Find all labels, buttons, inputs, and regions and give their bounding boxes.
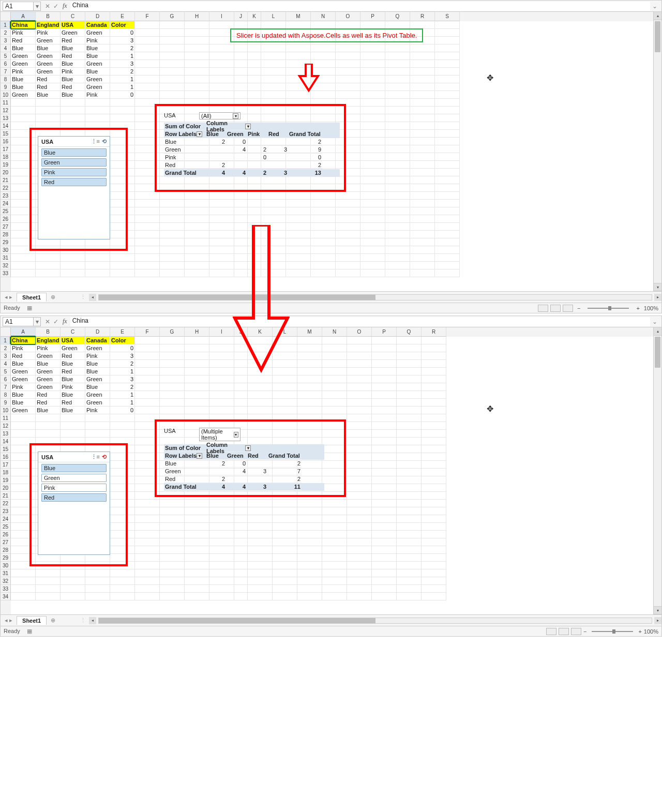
row-header-22[interactable]: 22 bbox=[1, 184, 11, 192]
cell[interactable] bbox=[135, 269, 160, 277]
cell[interactable] bbox=[322, 352, 347, 360]
slicer-item-red[interactable]: Red bbox=[41, 178, 107, 186]
cell[interactable] bbox=[322, 577, 347, 585]
cell[interactable] bbox=[135, 68, 160, 76]
cell[interactable] bbox=[234, 531, 248, 538]
cell[interactable] bbox=[322, 337, 347, 344]
cell[interactable]: Blue bbox=[85, 52, 110, 60]
cell[interactable] bbox=[297, 507, 322, 515]
row-header-30[interactable]: 30 bbox=[1, 246, 11, 254]
cell[interactable] bbox=[185, 269, 209, 277]
cell[interactable]: Red bbox=[61, 83, 85, 91]
tab-nav-buttons[interactable]: ◂ ▸ bbox=[1, 294, 17, 300]
cell[interactable] bbox=[297, 407, 322, 414]
cell[interactable] bbox=[397, 422, 422, 430]
cell[interactable] bbox=[248, 546, 273, 554]
cell[interactable] bbox=[185, 383, 209, 391]
cell[interactable] bbox=[185, 83, 209, 91]
cell[interactable] bbox=[160, 593, 185, 600]
row-header-12[interactable]: 12 bbox=[1, 107, 11, 114]
cell[interactable] bbox=[209, 269, 234, 277]
cell[interactable] bbox=[234, 569, 248, 577]
cell[interactable] bbox=[435, 145, 460, 153]
column-header-M[interactable]: M bbox=[297, 327, 322, 337]
cell[interactable] bbox=[297, 531, 322, 538]
cell[interactable] bbox=[347, 391, 372, 399]
cell[interactable] bbox=[435, 262, 460, 269]
cell[interactable] bbox=[322, 500, 347, 507]
cell[interactable] bbox=[160, 531, 185, 538]
cell[interactable] bbox=[234, 60, 248, 68]
cell[interactable] bbox=[248, 500, 273, 507]
cell[interactable] bbox=[273, 375, 297, 383]
cell[interactable] bbox=[185, 546, 209, 554]
view-page-layout-button[interactable] bbox=[559, 628, 569, 635]
cell[interactable] bbox=[385, 269, 410, 277]
row-header-2[interactable]: 2 bbox=[1, 29, 11, 37]
cell[interactable]: Green bbox=[36, 352, 61, 360]
cell[interactable] bbox=[422, 484, 446, 492]
formula-expand-icon[interactable]: ⌄ bbox=[650, 3, 659, 10]
cell[interactable] bbox=[311, 200, 336, 207]
add-sheet-button[interactable]: ⊕ bbox=[47, 294, 59, 300]
cell[interactable]: Blue bbox=[11, 83, 36, 91]
cell[interactable] bbox=[360, 176, 385, 184]
cell[interactable] bbox=[234, 375, 248, 383]
cell[interactable] bbox=[135, 76, 160, 83]
macro-record-icon[interactable]: ▦ bbox=[22, 628, 32, 634]
view-page-layout-button[interactable] bbox=[550, 305, 561, 312]
cell[interactable] bbox=[286, 200, 311, 207]
cell[interactable] bbox=[410, 262, 435, 269]
row-header-23[interactable]: 23 bbox=[1, 507, 11, 515]
cell[interactable] bbox=[248, 391, 273, 399]
cell[interactable] bbox=[273, 523, 297, 531]
cell[interactable] bbox=[322, 585, 347, 593]
column-header-L[interactable]: L bbox=[261, 12, 286, 21]
cell[interactable] bbox=[410, 122, 435, 130]
cell[interactable] bbox=[248, 383, 273, 391]
cell[interactable] bbox=[273, 593, 297, 600]
cell[interactable] bbox=[435, 192, 460, 200]
cell[interactable] bbox=[435, 130, 460, 138]
cell[interactable] bbox=[248, 531, 273, 538]
cell[interactable]: Color bbox=[110, 337, 135, 344]
cell[interactable] bbox=[322, 531, 347, 538]
cell[interactable] bbox=[135, 515, 160, 523]
cell[interactable] bbox=[397, 344, 422, 352]
cell[interactable] bbox=[185, 37, 209, 44]
column-header-E[interactable]: E bbox=[110, 327, 135, 337]
row-header-16[interactable]: 16 bbox=[1, 138, 11, 145]
cell[interactable] bbox=[422, 531, 446, 538]
cell[interactable] bbox=[110, 107, 135, 114]
cell[interactable] bbox=[273, 538, 297, 546]
cell[interactable] bbox=[336, 44, 360, 52]
cell[interactable] bbox=[36, 569, 61, 577]
cell[interactable] bbox=[360, 161, 385, 169]
column-header-I[interactable]: I bbox=[209, 327, 234, 337]
cell[interactable] bbox=[36, 269, 61, 277]
cell[interactable] bbox=[248, 215, 261, 223]
cell[interactable] bbox=[61, 269, 85, 277]
cell[interactable] bbox=[135, 215, 160, 223]
cell[interactable] bbox=[135, 569, 160, 577]
cell[interactable] bbox=[135, 554, 160, 562]
cell[interactable] bbox=[160, 383, 185, 391]
scroll-right-button[interactable]: ▸ bbox=[654, 294, 661, 301]
cell[interactable] bbox=[435, 52, 460, 60]
cell[interactable] bbox=[209, 538, 234, 546]
vertical-scrollbar[interactable]: ▴ ▾ bbox=[653, 12, 661, 291]
cell[interactable] bbox=[160, 37, 185, 44]
cell[interactable] bbox=[209, 52, 234, 60]
cell[interactable] bbox=[135, 368, 160, 375]
cell[interactable] bbox=[185, 593, 209, 600]
cell[interactable] bbox=[336, 60, 360, 68]
row-header-24[interactable]: 24 bbox=[1, 515, 11, 523]
cell[interactable]: Green bbox=[36, 368, 61, 375]
cell[interactable] bbox=[347, 507, 372, 515]
cell[interactable] bbox=[322, 360, 347, 368]
pivot-row-dropdown[interactable]: ▾ bbox=[197, 453, 202, 459]
row-header-7[interactable]: 7 bbox=[1, 383, 11, 391]
cell[interactable] bbox=[185, 337, 209, 344]
cell[interactable] bbox=[110, 99, 135, 107]
scroll-thumb[interactable] bbox=[655, 21, 660, 52]
